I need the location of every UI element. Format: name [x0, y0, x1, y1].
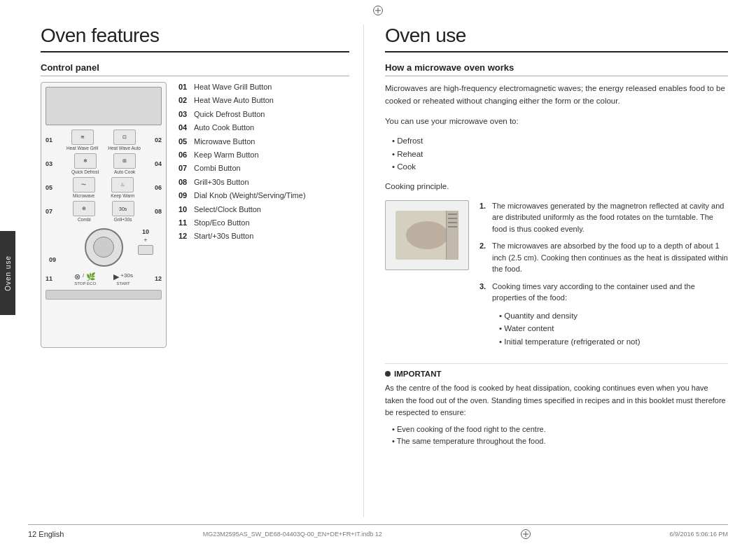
- feature-item-06: 06 Keep Warm Button: [178, 150, 349, 160]
- quick-defrost-label: Quick Defrost: [71, 169, 99, 174]
- oven-use-tab: Oven use: [0, 231, 15, 315]
- step-num-1: 1.: [479, 200, 492, 212]
- feature-item-09: 09 Dial Knob (Weight/Serving/Time): [178, 190, 349, 201]
- oven-door: [446, 211, 458, 260]
- use-intro-text: You can use your microwave oven to:: [385, 115, 728, 127]
- feature-text-05: Microwave Button: [194, 136, 255, 147]
- door-line-2: [448, 218, 457, 219]
- heat-wave-auto-btn[interactable]: ⊡ Heat Wave Auto: [108, 130, 141, 150]
- auto-cook-label: Auto Cook: [114, 169, 135, 174]
- dial-num-09: 09: [49, 256, 56, 263]
- feature-num-11: 11: [178, 218, 194, 228]
- feature-item-10: 10 Select/Clock Button: [178, 204, 349, 215]
- food-properties-list: Quantity and density Water content Initi…: [492, 309, 728, 348]
- dial-knob[interactable]: [85, 228, 123, 267]
- feature-text-09: Dial Knob (Weight/Serving/Time): [194, 190, 306, 201]
- grill-30s-icon: 30s: [112, 201, 134, 216]
- feature-item-07: 07 Combi Button: [178, 163, 349, 174]
- auto-cook-icon: ⊞: [113, 153, 136, 169]
- stop-eco-btn[interactable]: ⊗ / 🌿 STOP ECO: [74, 272, 96, 286]
- heat-wave-grill-icon: ≋: [71, 130, 94, 145]
- microwave-btn[interactable]: 〜 Microwave: [73, 177, 95, 198]
- footer-meta-right: 6/9/2016 5:06:16 PM: [669, 531, 728, 538]
- feature-num-01: 01: [178, 82, 194, 92]
- left-tab-label: Oven use: [4, 255, 12, 291]
- feature-item-08: 08 Grill+30s Button: [178, 177, 349, 188]
- plus-30s: +30s: [120, 272, 133, 281]
- keep-warm-btn[interactable]: ♨ Keep Warm: [111, 177, 134, 198]
- feature-text-04: Auto Cook Button: [194, 122, 254, 133]
- auto-cook-btn[interactable]: ⊞ Auto Cook: [113, 153, 136, 174]
- important-list: Even cooking of the food right to the ce…: [385, 424, 728, 448]
- cooking-steps: 1. The microwaves generated by the magne…: [479, 200, 728, 355]
- select-clock-small-btn[interactable]: [138, 245, 153, 255]
- keep-warm-label: Keep Warm: [111, 193, 134, 198]
- grill-30s-btn[interactable]: 30s Grill+30s: [112, 201, 134, 222]
- control-panel-container: 01 ≋ Heat Wave Grill ⊡ Heat Wave Auto 02: [41, 82, 349, 348]
- important-item-1: Even cooking of the food right to the ce…: [392, 424, 728, 436]
- left-section-title: Oven features: [41, 24, 349, 47]
- right-section-title: Oven use: [385, 24, 728, 47]
- feature-text-06: Keep Warm Button: [194, 150, 259, 160]
- important-dot-icon: [385, 371, 391, 377]
- use-list-item-defrost: Defrost: [392, 134, 728, 147]
- feature-text-02: Heat Wave Auto Button: [194, 95, 274, 106]
- door-line-1: [448, 214, 457, 215]
- microwave-icon: 〜: [73, 177, 95, 192]
- feature-num-08: 08: [178, 177, 194, 188]
- left-divider: [41, 51, 349, 52]
- footer-crosshair-icon: [521, 529, 531, 539]
- row-num-08: 08: [152, 208, 162, 215]
- row-num-06: 06: [152, 184, 162, 191]
- grill-30s-label: Grill+30s: [114, 217, 132, 222]
- quick-defrost-icon: ❄: [74, 153, 97, 169]
- food-prop-2: Water content: [499, 322, 728, 335]
- oven-diagram: 01 ≋ Heat Wave Grill ⊡ Heat Wave Auto 02: [41, 82, 167, 348]
- microwave-label: Microwave: [73, 193, 94, 198]
- feature-item-03: 03 Quick Defrost Button: [178, 109, 349, 120]
- control-panel-subtitle: Control panel: [41, 62, 349, 76]
- step-text-1: The microwaves generated by the magnetro…: [492, 200, 728, 235]
- dial-area: 09 10 +: [46, 228, 162, 267]
- combi-btn[interactable]: ⊕ Combi: [73, 201, 95, 222]
- eco-icon: 🌿: [86, 272, 96, 281]
- important-section: IMPORTANT As the centre of the food is c…: [385, 363, 728, 448]
- quick-defrost-btn[interactable]: ❄ Quick Defrost: [71, 153, 99, 174]
- cooking-principle-label: Cooking principle.: [385, 180, 728, 192]
- feature-num-09: 09: [178, 190, 194, 201]
- top-crosshair-icon: [373, 6, 383, 18]
- use-list-item-cook: Cook: [392, 160, 728, 173]
- start-label: START: [117, 281, 130, 286]
- oven-screen: [46, 87, 162, 125]
- left-column: Oven features Control panel 01 ≋ Heat Wa…: [28, 24, 364, 517]
- feature-item-02: 02 Heat Wave Auto Button: [178, 95, 349, 106]
- cooking-step-1: 1. The microwaves generated by the magne…: [479, 200, 728, 235]
- food-shape: [406, 221, 448, 249]
- btn-row-03-04: 03 ❄ Quick Defrost ⊞ Auto Cook 04: [46, 153, 162, 174]
- feature-text-10: Select/Clock Button: [194, 204, 261, 215]
- row-num-02: 02: [152, 136, 162, 144]
- start-icons: ▶ +30s: [113, 272, 133, 281]
- feature-num-05: 05: [178, 136, 194, 147]
- feature-text-07: Combi Button: [194, 163, 241, 174]
- keep-warm-icon: ♨: [111, 177, 134, 192]
- row-num-07: 07: [46, 208, 55, 215]
- row-num-05: 05: [46, 184, 55, 191]
- feature-text-12: Start/+30s Button: [194, 231, 253, 241]
- feature-num-04: 04: [178, 122, 194, 133]
- btn-row-07-08: 07 ⊕ Combi 30s Grill+30s 08: [46, 201, 162, 222]
- row-num-03: 03: [46, 160, 55, 167]
- feature-text-01: Heat Wave Grill Button: [194, 82, 272, 92]
- feature-item-01: 01 Heat Wave Grill Button: [178, 82, 349, 92]
- start-btn[interactable]: ▶ +30s START: [113, 272, 133, 286]
- important-label: IMPORTANT: [385, 370, 728, 378]
- dial-inner: [93, 237, 114, 258]
- heat-wave-grill-label: Heat Wave Grill: [66, 146, 98, 150]
- btn-row-05-06: 05 〜 Microwave ♨ Keep Warm 06: [46, 177, 162, 198]
- row-num-01: 01: [46, 136, 55, 144]
- important-label-text: IMPORTANT: [394, 370, 442, 378]
- row-num-04: 04: [152, 160, 162, 167]
- heat-wave-grill-btn[interactable]: ≋ Heat Wave Grill: [66, 130, 98, 150]
- combi-label: Combi: [78, 217, 91, 222]
- btn-row-11-12: 11 ⊗ / 🌿 STOP ECO ▶: [46, 272, 162, 286]
